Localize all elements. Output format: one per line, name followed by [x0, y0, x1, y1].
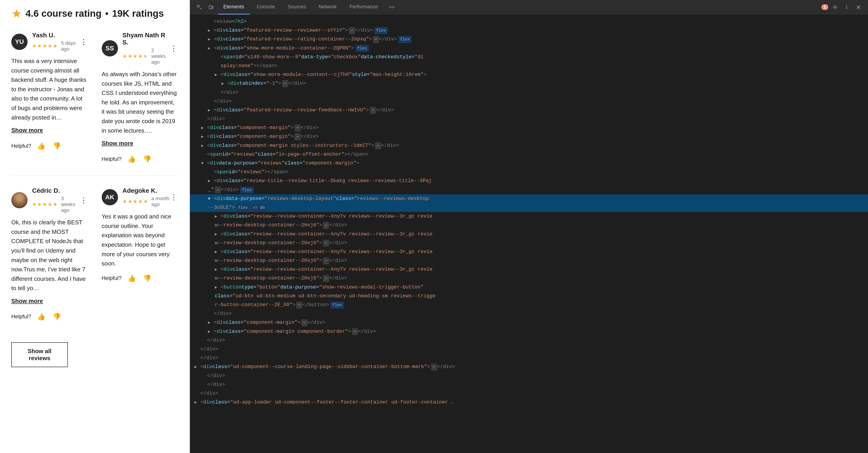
thumbs-down-icon-1: 👎: [53, 142, 61, 150]
more-options-4[interactable]: ⋮: [169, 192, 178, 202]
error-badge: 1: [822, 4, 828, 10]
reviewer-name-3: Cédric D.: [32, 187, 79, 194]
more-options-2[interactable]: ⋮: [169, 43, 178, 54]
ratings-count: 19K ratings: [112, 8, 164, 19]
helpful-label-3: Helpful?: [11, 313, 31, 320]
html-line-31[interactable]: ▶ <div class="ud-component--course-landi…: [190, 362, 868, 371]
star-3-5: ★: [53, 201, 57, 207]
reviewer-name-2: Shyam Nath R S.: [123, 32, 169, 46]
html-line-27[interactable]: ▶ <div class="component-margin component…: [190, 327, 868, 336]
time-ago-4: a month ago: [151, 196, 169, 207]
html-line-24[interactable]: ▶ <button type="button" data-purpose="sh…: [190, 283, 868, 292]
thumbs-down-button-1[interactable]: 👎: [51, 140, 62, 151]
html-line-21[interactable]: ▶ <div class="review--review-container--…: [190, 230, 868, 238]
thumbs-down-button-4[interactable]: 👎: [142, 273, 153, 284]
star-4: ★: [48, 43, 52, 49]
close-icon[interactable]: [854, 2, 864, 12]
tab-sources[interactable]: Sources: [282, 0, 311, 14]
html-line-33[interactable]: </div>: [190, 380, 868, 389]
thumbs-up-icon-3: 👍: [37, 313, 45, 321]
thumbs-down-button-3[interactable]: 👎: [51, 311, 62, 322]
reviewer-info-2: SS Shyam Nath R S. ★ ★ ★ ★: [102, 32, 169, 65]
avatar-4: AK: [102, 189, 118, 205]
html-line-35[interactable]: ▶ <div class="ud-app-loader ud-component…: [190, 398, 868, 407]
tab-network[interactable]: Network: [313, 0, 342, 14]
html-line-24c[interactable]: r-button-container--2E_X0" > ⋯ </button>…: [190, 300, 868, 309]
tab-elements[interactable]: Elements: [218, 0, 250, 14]
star-4-4: ★: [138, 199, 143, 204]
html-line-5b[interactable]: splay:none" ></span>: [190, 61, 868, 70]
html-line-18b[interactable]: _" ⋯ </div> flex: [190, 186, 868, 194]
html-line-24b[interactable]: class="ud-btn ud-btn-medium ud-btn-secon…: [190, 292, 868, 300]
tab-console[interactable]: Console: [251, 0, 281, 14]
show-more-button-1[interactable]: Show more: [11, 127, 43, 134]
html-line-3[interactable]: ▶ <div class="featured-review--rating-co…: [190, 35, 868, 43]
thumbs-up-button-3[interactable]: 👍: [36, 311, 47, 322]
html-line-23b[interactable]: w--review-desktop-container--2Hxj6" > ⋯ …: [190, 274, 868, 283]
thumbs-up-button-4[interactable]: 👍: [126, 273, 137, 284]
html-line-18[interactable]: ▶ <div class="review-title--review-title…: [190, 176, 868, 185]
html-line-19[interactable]: ▼ <div data-purpose="reviews-desktop-lay…: [190, 194, 868, 203]
star-2-2: ★: [128, 53, 132, 59]
html-line-28[interactable]: </div>: [190, 336, 868, 345]
more-icon[interactable]: [842, 2, 852, 12]
stars-1: ★ ★ ★ ★ ★: [32, 43, 57, 49]
html-line-14[interactable]: ▶ <div class="component-margin styles--i…: [190, 141, 868, 150]
html-line-17[interactable]: <span id="reviews" ></span>: [190, 168, 868, 176]
svg-point-6: [846, 7, 847, 8]
html-line-12[interactable]: ▶ <div class="component-margin" > ⋯ </di…: [190, 123, 868, 132]
show-more-button-3[interactable]: Show more: [11, 297, 43, 304]
html-line-4[interactable]: ▶ <div class="show-more-module--containe…: [190, 44, 868, 53]
html-line-21b[interactable]: w--review-desktop-container--2Hxj6" > ⋯ …: [190, 238, 868, 248]
html-line-13[interactable]: ▶ <div class="component-margin" > ⋯ </di…: [190, 132, 868, 141]
html-line-19b[interactable]: --3cOLE" > flex == $0: [190, 203, 868, 212]
thumbs-up-button-2[interactable]: 👍: [126, 154, 137, 164]
svg-rect-2: [209, 6, 212, 9]
reviewer-info-3: Cédric D. ★ ★ ★ ★ ★ 3 weeks ago: [11, 187, 79, 213]
star-2-5: ★ ★: [143, 53, 148, 59]
html-line-22b[interactable]: w--review-desktop-container--2Hxj6" > ⋯ …: [190, 256, 868, 265]
more-options-3[interactable]: ⋮: [79, 195, 88, 205]
tab-more[interactable]: >>: [385, 2, 398, 12]
html-line-10[interactable]: ▶ <div class="featured-review--review-fe…: [190, 106, 868, 115]
html-line-34[interactable]: </div>: [190, 389, 868, 398]
html-line-23[interactable]: ▶ <div class="review--review-container--…: [190, 265, 868, 274]
reviews-row-2: Cédric D. ★ ★ ★ ★ ★ 3 weeks ago: [11, 187, 178, 333]
html-line-2[interactable]: ▶ <div class="featured-review--reviewer-…: [190, 26, 868, 35]
html-line-5[interactable]: <span id="u148-show-more--9" data-type="…: [190, 53, 868, 61]
tab-performance[interactable]: Performance: [344, 0, 383, 14]
html-line-6[interactable]: ▶ <div class="show-more-module--content-…: [190, 70, 868, 79]
thumbs-up-icon-1: 👍: [37, 142, 45, 150]
html-line-25[interactable]: </div>: [190, 309, 868, 318]
html-line-16[interactable]: ▼ <div data-purpose="reviews" class="com…: [190, 159, 868, 168]
star-4-5: ★: [143, 199, 148, 204]
html-line-7[interactable]: ▶ <div tabindex="-1" > ⋯ </div>: [190, 79, 868, 88]
html-line-20b[interactable]: w--review-desktop-container--2Hxj6" > ⋯ …: [190, 221, 868, 230]
show-all-reviews-button[interactable]: Show all reviews: [11, 342, 68, 367]
show-more-button-2[interactable]: Show more: [102, 140, 133, 147]
html-line-29[interactable]: </div>: [190, 345, 868, 354]
more-options-1[interactable]: ⋮: [79, 37, 88, 47]
html-line-30[interactable]: </div>: [190, 354, 868, 362]
reviewer-meta-3: ★ ★ ★ ★ ★ 3 weeks ago: [32, 196, 79, 213]
html-line-8[interactable]: </div>: [190, 88, 868, 97]
devtools-inspect-icon[interactable]: [194, 2, 204, 12]
star-1: ★: [32, 43, 37, 49]
html-line-22[interactable]: ▶ <div class="review--review-container--…: [190, 248, 868, 256]
html-line-1[interactable]: review</h2>: [190, 17, 868, 26]
star-3: ★: [42, 43, 47, 49]
html-line-9[interactable]: </div>: [190, 97, 868, 106]
devtools-html-content[interactable]: review</h2> ▶ <div class="featured-revie…: [190, 14, 868, 453]
reviewer-meta-1: ★ ★ ★ ★ ★ 5 days ago: [32, 40, 79, 52]
html-line-15[interactable]: <span id="reviews" class="in-page-offset…: [190, 150, 868, 159]
html-line-32[interactable]: </div>: [190, 371, 868, 380]
thumbs-down-button-2[interactable]: 👎: [142, 154, 153, 164]
settings-icon[interactable]: [830, 2, 840, 12]
html-line-20[interactable]: ▶ <div class="review--review-container--…: [190, 212, 868, 221]
html-line-11[interactable]: </div>: [190, 115, 868, 123]
reviewer-meta-2: ★ ★ ★ ★ ★ ★ 2 weeks ago: [123, 47, 169, 65]
reviews-row-1: YU Yash U. ★ ★ ★ ★ ★: [11, 32, 178, 176]
thumbs-up-button-1[interactable]: 👍: [36, 140, 47, 151]
html-line-26[interactable]: ▶ <div class="component-margin" > ⋯ </di…: [190, 318, 868, 327]
devtools-device-icon[interactable]: [206, 2, 216, 12]
